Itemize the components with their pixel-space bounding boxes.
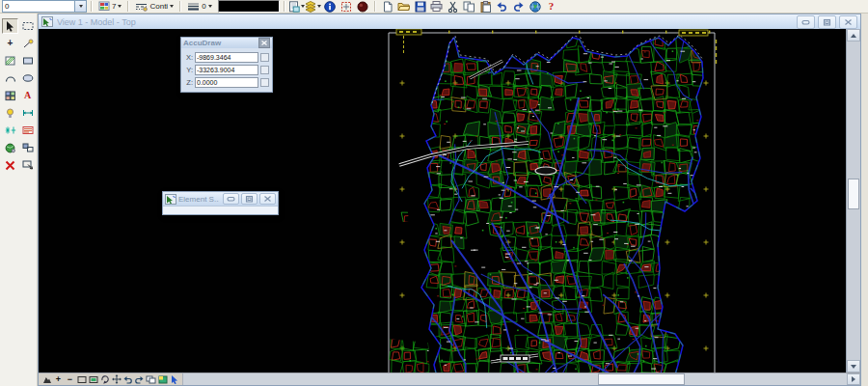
accudraw-titlebar[interactable]: AccuDraw: [181, 38, 272, 48]
accudraw-y-input[interactable]: [195, 65, 258, 75]
view-mode-button[interactable]: [157, 374, 168, 385]
open-file-button[interactable]: [396, 0, 412, 13]
open-file-icon: [397, 1, 410, 12]
element-selection-titlebar[interactable]: Element S...: [163, 192, 278, 206]
accudraw-dialog[interactable]: AccuDraw X: Y: Z:: [180, 37, 273, 93]
polygons-tool[interactable]: [19, 53, 36, 69]
level-combo[interactable]: 0: [2, 0, 87, 13]
line-style-button[interactable]: Conti: [133, 1, 176, 13]
pan-view-button[interactable]: [111, 374, 122, 385]
accudraw-x-lock-checkbox[interactable]: [260, 53, 269, 62]
web-browser-button[interactable]: [528, 0, 543, 13]
toolbar-separator: [179, 1, 181, 12]
accudraw-z-lock-checkbox[interactable]: [260, 78, 269, 87]
cells-tool[interactable]: [2, 88, 18, 103]
delete-element-tool[interactable]: [2, 157, 18, 173]
color-swatch[interactable]: [218, 0, 280, 13]
restore-button[interactable]: [241, 193, 258, 205]
accudraw-z-label: Z:: [184, 78, 193, 87]
line-weight-button[interactable]: 0: [185, 1, 213, 13]
redo-button[interactable]: [511, 0, 527, 13]
element-selection-tool[interactable]: [2, 18, 18, 34]
references-button[interactable]: [306, 0, 321, 13]
help-button[interactable]: ?: [544, 0, 559, 13]
tags-icon: [5, 108, 15, 119]
accudraw-body: X: Y: Z:: [181, 48, 272, 92]
minimize-icon: [227, 195, 235, 203]
window-area-button[interactable]: [76, 374, 87, 385]
level-combo-dropdown[interactable]: [74, 1, 86, 12]
minimize-button[interactable]: [223, 193, 239, 205]
accudraw-x-input[interactable]: [195, 52, 258, 63]
element-selection-icon: [5, 20, 15, 32]
text-tool[interactable]: A: [19, 88, 36, 103]
element-info-button[interactable]: [322, 0, 338, 13]
fit-view-button[interactable]: [88, 374, 98, 385]
close-button[interactable]: [259, 193, 276, 205]
accudraw-toggle-button[interactable]: [339, 0, 354, 13]
groups-icon: [5, 143, 16, 153]
close-button[interactable]: [839, 15, 857, 29]
patterns-tool[interactable]: [2, 53, 18, 69]
attributes-toolbar: 0 7 Conti 0 ?: [0, 0, 868, 14]
level-value: 0: [3, 2, 74, 12]
rotate-view-button[interactable]: [99, 374, 110, 385]
accudraw-x-label: X:: [184, 53, 193, 62]
zoom-out-icon: −: [68, 375, 72, 384]
cut-icon: [448, 1, 458, 13]
minimize-button[interactable]: [797, 15, 815, 29]
copy-button[interactable]: [462, 0, 477, 13]
save-button[interactable]: [413, 0, 428, 13]
modify-tool[interactable]: [19, 140, 36, 155]
close-button[interactable]: [258, 38, 270, 48]
horizontal-scroll-thumb[interactable]: [598, 373, 685, 385]
print-button[interactable]: [429, 0, 445, 13]
arcs-tool[interactable]: [2, 70, 18, 86]
new-file-button[interactable]: [380, 0, 395, 13]
measure-tool[interactable]: [2, 123, 18, 138]
vertical-scroll-thumb[interactable]: [848, 179, 859, 209]
scroll-down-button[interactable]: [847, 360, 860, 372]
horizontal-scrollbar[interactable]: [182, 373, 860, 385]
undo-button[interactable]: [495, 0, 510, 13]
map-canvas[interactable]: [39, 29, 847, 374]
tags-tool[interactable]: [2, 105, 18, 121]
groups-tool[interactable]: [2, 140, 18, 155]
arrow-right-icon: [852, 376, 855, 382]
points-tool[interactable]: +: [2, 36, 18, 51]
restore-button[interactable]: [818, 15, 836, 29]
element-selection-dialog[interactable]: Element S...: [162, 191, 279, 215]
toolbar-separator: [374, 1, 376, 12]
view-content[interactable]: AccuDraw X: Y: Z:: [39, 29, 860, 385]
view-next-button[interactable]: [134, 374, 145, 385]
element-selection-title: Element S...: [178, 195, 219, 204]
restore-icon: [245, 195, 254, 203]
navigate-view-button[interactable]: [169, 374, 179, 385]
ellipses-tool[interactable]: [19, 70, 36, 86]
color-picker-button[interactable]: 7: [96, 1, 123, 13]
view-next-icon: [134, 375, 145, 384]
update-view-button[interactable]: [41, 374, 52, 385]
models-button[interactable]: [289, 0, 305, 13]
copy-view-button[interactable]: [146, 374, 156, 385]
zoom-out-button[interactable]: −: [65, 374, 75, 385]
help-icon: ?: [549, 1, 555, 12]
view-titlebar[interactable]: View 1 - Model - Top: [39, 14, 860, 29]
paste-button[interactable]: [478, 0, 494, 13]
change-attributes-tool[interactable]: [19, 123, 36, 138]
dimensions-tool[interactable]: [19, 105, 36, 121]
zoom-in-button[interactable]: +: [53, 374, 64, 385]
vertical-scrollbar[interactable]: [846, 29, 860, 372]
cut-button[interactable]: [446, 0, 461, 13]
scroll-up-button[interactable]: [847, 29, 860, 41]
change-attributes-icon: [22, 125, 34, 135]
fence-tool[interactable]: [19, 18, 36, 34]
scroll-right-button[interactable]: [847, 373, 860, 385]
linear-tool[interactable]: [19, 36, 36, 51]
accusnap-button[interactable]: [355, 0, 370, 13]
drop-element-tool[interactable]: [19, 157, 36, 173]
accudraw-y-lock-checkbox[interactable]: [260, 66, 269, 74]
cells-icon: [5, 91, 16, 101]
view-previous-button[interactable]: [122, 374, 133, 385]
accudraw-z-input[interactable]: [195, 77, 258, 88]
